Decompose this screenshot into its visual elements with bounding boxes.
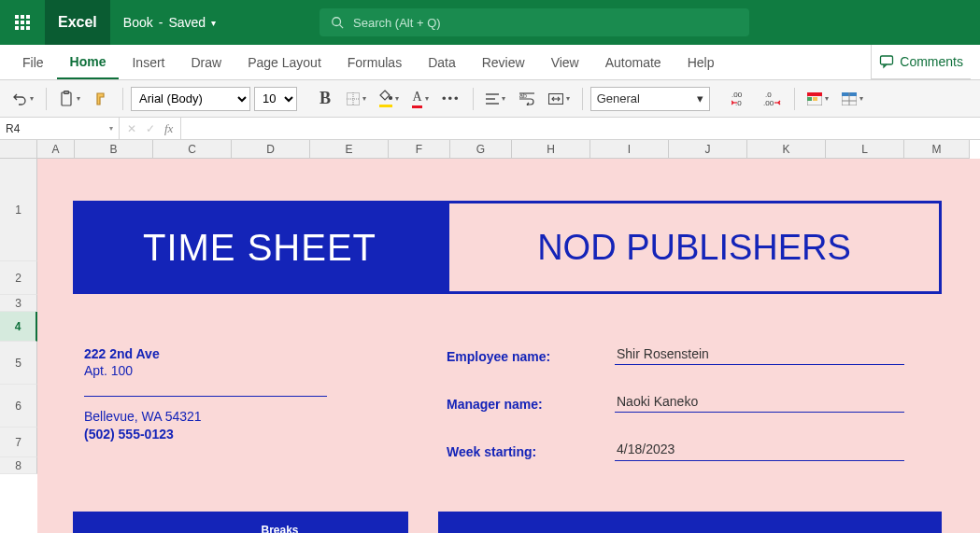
column-header-H[interactable]: H <box>512 140 590 159</box>
name-box[interactable]: R4 ▾ <box>0 118 120 139</box>
th-timein: Time in <box>163 512 237 533</box>
row-header-1[interactable]: 1 <box>0 159 37 261</box>
wrap-text-button[interactable]: ab <box>514 86 540 112</box>
tab-home[interactable]: Home <box>57 45 120 79</box>
search-icon <box>331 16 344 29</box>
column-header-F[interactable]: F <box>389 140 450 159</box>
column-header-L[interactable]: L <box>826 140 904 159</box>
wrap-text-icon: ab <box>519 92 534 105</box>
employee-info-block: Employee name: Shir Rosenstein Manager n… <box>447 345 942 489</box>
column-header-G[interactable]: G <box>450 140 512 159</box>
spreadsheet-canvas[interactable]: TIME SHEET NOD PUBLISHERS 222 2nd Ave Ap… <box>37 159 980 533</box>
row-header-3[interactable]: 3 <box>0 295 37 312</box>
clipboard-icon <box>59 91 74 107</box>
increase-decimal-icon: .0.00 <box>763 91 782 107</box>
row-header-4[interactable]: 4 <box>0 312 37 342</box>
conditional-format-button[interactable]: ▾ <box>802 86 833 112</box>
row-header-7[interactable]: 7 <box>0 428 37 457</box>
bold-button[interactable]: B <box>312 86 338 112</box>
svg-rect-23 <box>807 92 822 96</box>
banner-title-left: TIME SHEET <box>73 201 447 294</box>
document-title-button[interactable]: Book - Saved ▾ <box>110 0 229 45</box>
font-size-select[interactable]: 10 <box>254 87 297 111</box>
chevron-down-icon: ▾ <box>566 94 570 103</box>
tab-insert[interactable]: Insert <box>119 45 178 79</box>
select-all-corner[interactable] <box>0 140 37 159</box>
field-value-manager: Naoki Kaneko <box>615 393 904 413</box>
tab-view[interactable]: View <box>538 45 592 79</box>
font-family-select[interactable]: Arial (Body) <box>131 87 250 111</box>
tab-draw[interactable]: Draw <box>178 45 234 79</box>
row-header-2[interactable]: 2 <box>0 261 37 295</box>
field-label-manager: Manager name: <box>447 396 615 413</box>
row-header-5[interactable]: 5 <box>0 342 37 385</box>
cancel-formula-icon[interactable]: ✕ <box>127 122 136 135</box>
undo-button[interactable]: ▾ <box>7 86 38 112</box>
chevron-down-icon: ▾ <box>395 94 399 103</box>
column-header-A[interactable]: A <box>37 140 75 159</box>
font-color-icon: A <box>412 90 421 108</box>
column-header-M[interactable]: M <box>904 140 970 159</box>
field-value-week: 4/18/2023 <box>615 441 904 460</box>
fx-icon[interactable]: fx <box>164 121 173 136</box>
banner: TIME SHEET NOD PUBLISHERS <box>73 201 942 294</box>
document-name: Book <box>123 15 153 30</box>
app-launcher-button[interactable] <box>0 0 45 45</box>
formula-input[interactable] <box>181 118 980 139</box>
th-timeout: Time out <box>322 512 408 533</box>
tab-page-layout[interactable]: Page Layout <box>234 45 334 79</box>
row-header-6[interactable]: 6 <box>0 385 37 428</box>
paste-button[interactable]: ▾ <box>54 86 85 112</box>
format-table-button[interactable]: ▾ <box>837 86 868 112</box>
field-label-employee: Employee name: <box>447 348 615 365</box>
align-button[interactable]: ▾ <box>481 86 510 112</box>
tab-review[interactable]: Review <box>469 45 538 79</box>
comment-icon <box>879 54 894 69</box>
chevron-down-icon: ▾ <box>109 124 113 133</box>
merge-button[interactable]: ▾ <box>544 86 575 112</box>
comments-button[interactable]: Comments <box>871 45 971 79</box>
chevron-down-icon: ▾ <box>859 94 863 103</box>
decrease-decimal-button[interactable]: .00.0 <box>727 86 755 112</box>
tab-formulas[interactable]: Formulas <box>334 45 415 79</box>
row-header-8[interactable]: 8 <box>0 457 37 474</box>
number-format-select[interactable]: General ▾ <box>590 87 710 111</box>
ribbon-toolbar: ▾ ▾ Arial (Body) 10 B ▾ ▾ A ▾ ••• ▾ ab ▾… <box>0 80 980 118</box>
column-header-K[interactable]: K <box>747 140 826 159</box>
paintbrush-icon <box>94 91 109 106</box>
fill-bucket-icon <box>379 90 392 107</box>
column-header-E[interactable]: E <box>310 140 389 159</box>
tab-data[interactable]: Data <box>415 45 469 79</box>
name-box-value: R4 <box>6 122 20 135</box>
svg-text:.0: .0 <box>765 91 772 99</box>
column-header-B[interactable]: B <box>75 140 153 159</box>
svg-text:ab: ab <box>519 92 527 99</box>
svg-rect-25 <box>813 97 817 101</box>
tab-automate[interactable]: Automate <box>592 45 675 79</box>
column-header-C[interactable]: C <box>153 140 232 159</box>
format-painter-button[interactable] <box>89 86 115 112</box>
column-header-I[interactable]: I <box>590 140 669 159</box>
more-font-button[interactable]: ••• <box>437 86 465 112</box>
increase-decimal-button[interactable]: .0.00 <box>759 86 787 112</box>
font-color-button[interactable]: A ▾ <box>407 86 433 112</box>
search-input[interactable]: Search (Alt + Q) <box>320 8 749 36</box>
accept-formula-icon[interactable]: ✓ <box>146 122 155 135</box>
tab-file[interactable]: File <box>9 45 57 79</box>
address-phone: (502) 555-0123 <box>84 426 327 442</box>
tab-help[interactable]: Help <box>675 45 728 79</box>
chevron-down-icon: ▾ <box>77 94 80 103</box>
th-breaks: Breaks <box>237 512 323 533</box>
chevron-down-icon: ▾ <box>211 18 216 28</box>
banner-title-right: NOD PUBLISHERS <box>447 201 942 294</box>
th-vacation: Vacation <box>858 512 942 533</box>
th-total: Total <box>438 512 522 533</box>
borders-icon <box>347 92 360 105</box>
app-name: Excel <box>45 0 110 45</box>
fill-color-button[interactable]: ▾ <box>375 86 404 112</box>
borders-button[interactable]: ▾ <box>342 86 371 112</box>
merge-icon <box>548 93 563 105</box>
timesheet-table-header: Day of week Time in Breaks Time out Tota… <box>73 512 942 533</box>
column-header-D[interactable]: D <box>232 140 310 159</box>
column-header-J[interactable]: J <box>669 140 747 159</box>
